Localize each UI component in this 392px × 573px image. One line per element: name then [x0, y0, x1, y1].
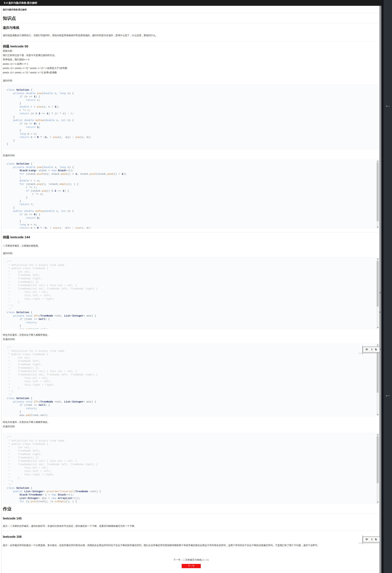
scroll-up-icon[interactable] [376, 258, 379, 260]
lc144-intro: 二叉树前序遍历，大家都比较熟悉。 [3, 244, 379, 248]
language-button[interactable]: 中 [365, 347, 369, 352]
code-scrollbar[interactable] [376, 344, 379, 416]
code-text: class Solution { private double pow(doub… [7, 88, 373, 146]
lc50-analysis-line: pow(x, n) = pow(x, n / 2) * pow(x, n / 2… [3, 70, 379, 75]
code-label-lc144-recursive: 递归代码: [3, 251, 379, 255]
scrollbar-thumb[interactable] [377, 261, 379, 306]
code-text: /** * Definition for a binary tree node.… [7, 436, 373, 504]
next-lesson-duration: (21:33) [202, 558, 209, 561]
code-block-lc144-recursive[interactable]: /** * Definition for a binary tree node.… [3, 257, 379, 329]
lc144-note: 转化为非递归，注意左右子树入栈顺序相反。 [3, 333, 379, 337]
code-block-lc50-recursive: class Solution { private double pow(doub… [3, 85, 379, 149]
code-label-lc144-iterative: 非递归代码: [3, 425, 379, 428]
code-label-lc144-iterative: 非递归代码: [3, 337, 379, 341]
code-text: /** * Definition for a binary tree node.… [7, 260, 373, 329]
scrollbar-marker [379, 292, 381, 293]
right-side-panel [384, 0, 392, 573]
heading-lc145: leetcode 145 [3, 516, 379, 521]
page-scrollbar[interactable] [379, 6, 381, 573]
scroll-up-icon[interactable] [376, 344, 379, 346]
heading-lc144: 例题 leetcode 144 [3, 235, 379, 240]
divider [1, 23, 379, 23]
code-scrollbar[interactable] [376, 258, 379, 329]
lc50-analysis-line: pow(x, n) = pow(x, n / 2) * pow(x, n / 2… [3, 66, 379, 70]
scrollbar-thumb[interactable] [377, 162, 379, 221]
lesson-content: 递归与隐式堆栈-图文解析 知识点 递归与堆栈 递归就是函数自己调用自己。当我们写… [1, 6, 381, 573]
lc50-analysis-line: 思路分析: [3, 49, 379, 53]
heading-lc50: 例题 leetcode 50 [3, 44, 379, 49]
code-block-lc50-iterative[interactable]: class Solution { private double pow(doub… [3, 160, 379, 229]
next-lesson-link[interactable]: 下一节：二叉树遍历与堆栈(21:33) [1, 558, 381, 561]
hint-lc145: 提示：二叉树的后序遍历，递归比较好写，非递归注意保存节点状态，因为遍历好一个子树… [3, 524, 379, 528]
code-block-lc144-recursive-2[interactable]: /** * Definition for a binary tree node.… [3, 343, 379, 416]
back-arrow-icon[interactable]: ← [384, 101, 391, 109]
code-text: /** * Definition for a binary tree node.… [7, 346, 373, 416]
back-arrow-icon[interactable]: ← [384, 391, 391, 398]
right-dark-strip [381, 0, 384, 573]
next-lesson-label: 下一节：二叉树遍历与堆栈 [173, 558, 202, 561]
code-scrollbar[interactable] [376, 160, 379, 228]
divider [1, 513, 379, 514]
heading-recursion-stack: 递归与堆栈 [3, 25, 379, 30]
breadcrumb: 递归与隐式堆栈-图文解析 [1, 6, 381, 13]
code-scrollbar[interactable] [376, 433, 379, 503]
scroll-up-icon[interactable] [376, 433, 379, 436]
scrollbar-marker [379, 312, 381, 313]
moon-icon[interactable]: ☽ [369, 537, 373, 542]
language-button[interactable]: 中 [365, 537, 369, 542]
code-label-lc50-iterative: 非递归代码: [3, 154, 379, 157]
heading-lc106: leetcode 106 [3, 534, 379, 539]
scroll-down-icon[interactable] [376, 414, 379, 416]
swap-icon[interactable]: ⇅ [374, 347, 378, 352]
lc50-analysis-line: 简单地说，我们假设n > 0 [3, 57, 379, 62]
window-title-bar: 6-4 递归与隐式堆栈-图文解析 [0, 0, 381, 6]
scrollbar-thumb[interactable] [377, 346, 379, 393]
scroll-down-icon[interactable] [376, 501, 379, 503]
next-section-button[interactable]: 下一节 [182, 564, 201, 568]
code-text: class Solution { private double pow(doub… [7, 162, 373, 229]
scroll-down-icon[interactable] [376, 226, 379, 228]
lc50-analysis-line: 我们之前讲过这个题，但是今天是通过递归的方法。 [3, 53, 379, 57]
section-title-knowledge: 知识点 [3, 15, 379, 21]
moon-icon[interactable]: ☽ [369, 347, 373, 352]
swap-icon[interactable]: ⇅ [374, 537, 378, 542]
lesson-page: { "topbar": { "title": "6-4 递归与隐式堆栈-图文解析… [0, 0, 392, 573]
translate-widget: 中 ☽ ⇅ [363, 537, 380, 542]
scroll-up-icon[interactable] [376, 160, 379, 162]
code-block-lc144-iterative[interactable]: /** * Definition for a binary tree node.… [3, 433, 379, 504]
hint-lc106: 提示：后序遍历序列的最后一个位置是根。拿出根后，在前序遍历序列里找出根，而根的左… [3, 543, 379, 547]
paragraph-recursion-stack: 递归就是函数自己调用自己。当我们写递归时，系统内部是用堆栈保护和还原现场的。递归… [3, 34, 379, 37]
lc144-note: 转化为非递归，注意左右子树入栈顺序相反。 [3, 420, 379, 424]
translate-widget: 中 ☽ ⇅ [363, 347, 380, 353]
page-title: 6-4 递归与隐式堆栈-图文解析 [4, 1, 37, 4]
code-label-lc50-recursive: 递归代码 [3, 79, 379, 83]
scrollbar-thumb[interactable] [377, 436, 379, 483]
section-title-homework: 作业 [3, 506, 379, 512]
scroll-down-icon[interactable] [376, 326, 379, 329]
lc50-analysis-line: pow(x, n) = x 如果n == 1 [3, 62, 379, 66]
